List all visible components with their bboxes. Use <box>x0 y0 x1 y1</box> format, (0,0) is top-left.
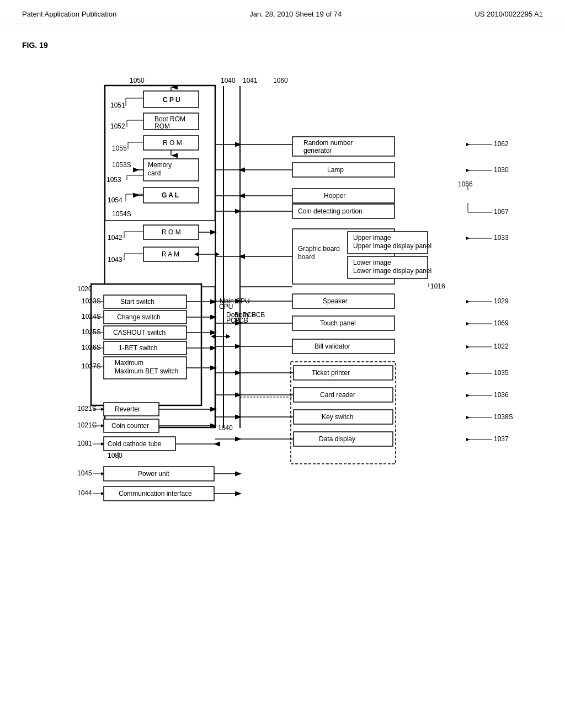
circuit-diagram: 1050 1040 1041 1060 1051 C P U 1052 Boot… <box>22 61 519 667</box>
coin-detecting-label: Coin detecting portion <box>298 207 363 215</box>
id-1053: 1053 <box>106 176 121 184</box>
rom1-label: R O M <box>163 139 182 147</box>
id-1069: 1069 <box>494 319 509 327</box>
max-bet-switch-label2: Maximum BET switch <box>115 367 178 375</box>
bill-validator-label: Bill validator <box>315 342 350 350</box>
id-1035: 1035 <box>494 369 509 377</box>
id-1050: 1050 <box>130 77 145 84</box>
id-1043: 1043 <box>108 256 122 264</box>
memory-card-label2: card <box>148 169 161 177</box>
ticket-printer-label: Ticket printer <box>312 369 350 377</box>
id-1040: 1040 <box>221 77 236 84</box>
graphic-board-label: Graphic board <box>298 245 340 253</box>
graphic-board-label2: board <box>298 253 315 261</box>
id-1026s: 1026S <box>82 344 101 351</box>
upper-image-label2: Upper image display panel <box>353 242 431 250</box>
id-1052: 1052 <box>110 122 125 130</box>
id-1067: 1067 <box>494 208 509 216</box>
id-1066: 1066 <box>458 180 473 188</box>
data-display-label: Data display <box>319 435 355 443</box>
id-1054: 1054 <box>108 196 122 204</box>
main-cpu-label2: CPU <box>219 303 233 311</box>
cpu-label: C P U <box>163 96 180 104</box>
start-switch-label: Start switch <box>120 298 154 306</box>
id-1042: 1042 <box>108 234 122 242</box>
id-1022: 1022 <box>494 342 509 350</box>
ram-label: R A M <box>162 250 179 258</box>
boot-rom-label2: ROM <box>154 122 170 130</box>
max-bet-switch-label1: Maximum <box>115 359 143 367</box>
id-1054s: 1054S <box>112 210 131 218</box>
page-header: Patent Application Publication Jan. 28, … <box>0 0 565 24</box>
id-1081: 1081 <box>77 440 92 447</box>
id-1051: 1051 <box>110 101 125 109</box>
header-right: US 2010/0022295 A1 <box>475 10 543 18</box>
gal-label: G A L <box>162 191 179 199</box>
diagram-area: FIG. 19 1050 1040 1041 1060 1051 C P U 1… <box>0 24 565 686</box>
id-1025s: 1025S <box>82 328 101 336</box>
id-1062: 1062 <box>494 140 509 148</box>
id-1033: 1033 <box>494 234 509 242</box>
coin-counter-label: Coin counter <box>111 422 149 430</box>
rom2-label: R O M <box>162 228 181 236</box>
id-1060: 1060 <box>273 77 288 84</box>
id-1044: 1044 <box>77 489 92 497</box>
id-1037: 1037 <box>494 435 509 443</box>
change-switch-label: Change switch <box>117 313 161 321</box>
id-1027s: 1027S <box>82 362 101 370</box>
touch-panel-label: Touch panel <box>320 319 356 327</box>
header-left: Patent Application Publication <box>22 10 116 18</box>
random-number-label2: generator <box>303 147 332 154</box>
id-1045: 1045 <box>77 469 92 477</box>
card-reader-label: Card reader <box>320 391 355 399</box>
random-number-label1: Random number <box>303 139 353 147</box>
lower-image-label1: Lower image <box>353 259 391 266</box>
id-1036: 1036 <box>494 391 509 399</box>
arrow-right-ram <box>215 252 220 256</box>
lamp-label: Lamp <box>327 166 344 174</box>
key-switch-label: Key switch <box>322 413 353 421</box>
id-1038s: 1038S <box>494 413 513 421</box>
id-1055: 1055 <box>112 144 127 152</box>
id-1023s: 1023S <box>82 297 101 305</box>
cold-cathode-label: Cold cathode tube <box>108 440 162 448</box>
upper-image-label1: Upper image <box>353 234 391 242</box>
speaker-label: Speaker <box>323 297 348 305</box>
id-1053s: 1053S <box>112 161 131 169</box>
arrow-door-right <box>226 334 231 339</box>
power-unit-label: Power unit <box>138 470 169 478</box>
id-1021s: 1021S <box>77 405 97 413</box>
lower-image-label2: Lower image display panel <box>353 267 431 275</box>
figure-label: FIG. 19 <box>22 41 543 50</box>
hopper-label: Hopper <box>324 192 345 200</box>
comm-interface-label: Communication interface <box>119 490 192 497</box>
id-1016: 1016 <box>430 282 445 290</box>
id-1021c: 1021C <box>77 421 97 429</box>
boot-rom-label: Boot ROM <box>154 115 185 123</box>
id-1030: 1030 <box>494 166 509 174</box>
header-middle: Jan. 28, 2010 Sheet 19 of 74 <box>249 10 342 18</box>
id-1029: 1029 <box>494 297 509 305</box>
id-1040-bottom: 1040 <box>218 424 233 432</box>
reverter-label: Reverter <box>115 405 140 413</box>
id-1080: 1080 <box>108 452 122 459</box>
one-bet-switch-label: 1-BET switch <box>119 344 157 352</box>
id-1020: 1020 <box>77 285 92 293</box>
id-1024s: 1024S <box>82 313 101 320</box>
memory-card-label1: Memory <box>148 161 172 169</box>
cashout-switch-label: CASHOUT switch <box>113 329 166 336</box>
id-1041: 1041 <box>243 77 258 84</box>
